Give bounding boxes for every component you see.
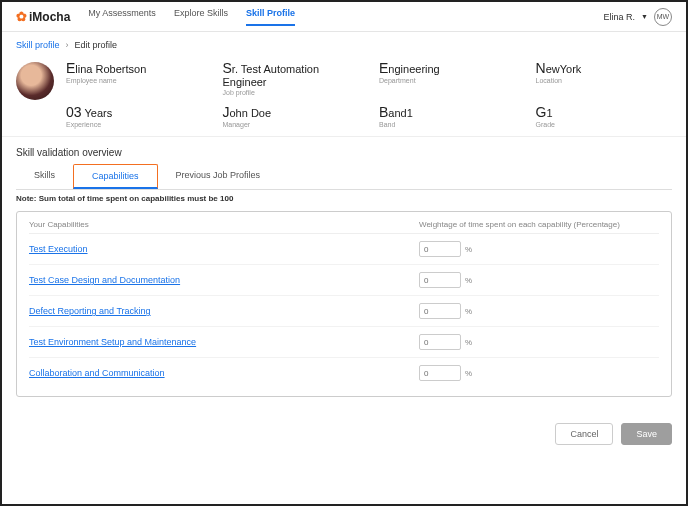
capability-link[interactable]: Test Case Design and Documentation: [29, 275, 419, 285]
capabilities-header: Your Capabilities Weightage of time spen…: [29, 220, 659, 234]
capability-row: Test Execution %: [29, 234, 659, 265]
breadcrumb: Skill profile › Edit profile: [2, 32, 686, 56]
field-department: EngineeringDepartment: [379, 60, 516, 96]
field-job-profile: Sr. Test Automation EngineerJob profile: [223, 60, 360, 96]
capability-link[interactable]: Test Environment Setup and Maintenance: [29, 337, 419, 347]
percent-label: %: [465, 369, 472, 378]
field-location: NewYorkLocation: [536, 60, 673, 96]
chevron-right-icon: ›: [66, 40, 69, 50]
avatar: MW: [654, 8, 672, 26]
capability-row: Defect Reporting and Tracking %: [29, 296, 659, 327]
field-band: Band1Band: [379, 104, 516, 128]
capability-row: Collaboration and Communication %: [29, 358, 659, 388]
field-grade: G1Grade: [536, 104, 673, 128]
section-title: Skill validation overview: [2, 137, 686, 164]
weight-input[interactable]: [419, 241, 461, 257]
brand-logo[interactable]: ✿ iMocha: [16, 9, 70, 24]
percent-label: %: [465, 245, 472, 254]
weight-input[interactable]: [419, 272, 461, 288]
logo-icon: ✿: [16, 9, 27, 24]
main-nav: My Assessments Explore Skills Skill Prof…: [88, 8, 603, 26]
sub-tabs: Skills Capabilities Previous Job Profile…: [16, 164, 672, 190]
tab-capabilities[interactable]: Capabilities: [73, 164, 158, 189]
weight-input[interactable]: [419, 303, 461, 319]
capability-link[interactable]: Test Execution: [29, 244, 419, 254]
weight-input[interactable]: [419, 334, 461, 350]
profile-details: Elina RobertsonEmployee name Sr. Test Au…: [66, 60, 672, 128]
capability-link[interactable]: Defect Reporting and Tracking: [29, 306, 419, 316]
field-manager: John DoeManager: [223, 104, 360, 128]
save-button[interactable]: Save: [621, 423, 672, 445]
breadcrumb-current: Edit profile: [75, 40, 118, 50]
profile-header: Elina RobertsonEmployee name Sr. Test Au…: [2, 56, 686, 137]
capability-row: Test Environment Setup and Maintenance %: [29, 327, 659, 358]
field-experience: 03 YearsExperience: [66, 104, 203, 128]
percent-label: %: [465, 276, 472, 285]
capability-row: Test Case Design and Documentation %: [29, 265, 659, 296]
chevron-down-icon: ▼: [641, 13, 648, 20]
nav-skill-profile[interactable]: Skill Profile: [246, 8, 295, 26]
capabilities-panel: Your Capabilities Weightage of time spen…: [16, 211, 672, 397]
tab-previous-job-profiles[interactable]: Previous Job Profiles: [158, 164, 279, 189]
cancel-button[interactable]: Cancel: [555, 423, 613, 445]
user-name: Elina R.: [604, 12, 636, 22]
field-employee-name: Elina RobertsonEmployee name: [66, 60, 203, 96]
breadcrumb-root[interactable]: Skill profile: [16, 40, 60, 50]
footer-actions: Cancel Save: [2, 409, 686, 459]
profile-photo: [16, 62, 54, 100]
tab-skills[interactable]: Skills: [16, 164, 73, 189]
nav-explore-skills[interactable]: Explore Skills: [174, 8, 228, 26]
col-weightage: Weightage of time spent on each capabili…: [419, 220, 659, 229]
brand-text: iMocha: [29, 10, 70, 24]
col-capabilities: Your Capabilities: [29, 220, 419, 229]
weight-input[interactable]: [419, 365, 461, 381]
percent-label: %: [465, 307, 472, 316]
capability-link[interactable]: Collaboration and Communication: [29, 368, 419, 378]
percent-label: %: [465, 338, 472, 347]
user-menu[interactable]: Elina R. ▼ MW: [604, 8, 672, 26]
validation-note: Note: Sum total of time spent on capabil…: [2, 190, 686, 207]
nav-my-assessments[interactable]: My Assessments: [88, 8, 156, 26]
top-bar: ✿ iMocha My Assessments Explore Skills S…: [2, 2, 686, 32]
